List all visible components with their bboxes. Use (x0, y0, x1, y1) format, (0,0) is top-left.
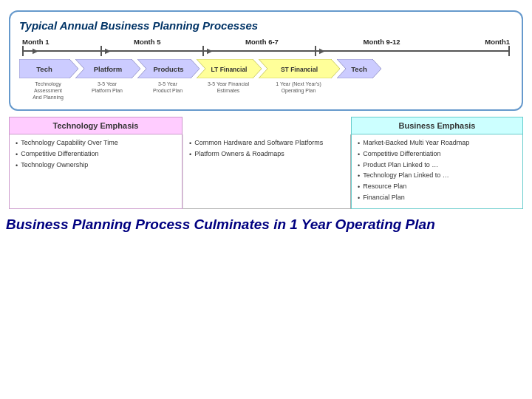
svg-text:Products: Products (153, 65, 183, 73)
business-bullet-4: • Technology Plan Linked to … (358, 171, 516, 181)
svg-text:LT Financial: LT Financial (211, 66, 248, 73)
business-emphasis-header: Business Emphasis (351, 117, 523, 134)
month-9-12-label: Month 9-12 (363, 38, 400, 46)
center-bullet-2: • Platform Owners & Roadmaps (189, 150, 344, 160)
center-bullets-col: • Common Hardware and Software Platforms… (183, 134, 351, 209)
top-title: Typical Annual Business Planning Process… (19, 19, 513, 32)
business-bullet-5: • Resource Plan (358, 183, 516, 192)
svg-text:Tech: Tech (36, 65, 52, 73)
month-6-7-label: Month 6-7 (245, 38, 279, 46)
tech-bullet-2: • Competitive Differentiation (16, 150, 176, 160)
month-1b-label: Month1 (485, 38, 510, 46)
top-section: Typical Annual Business Planning Process… (9, 10, 523, 111)
arrow-st-financial: ST Financial (259, 59, 340, 78)
month-1-label: Month 1 (22, 38, 49, 46)
subtext-tech2 (338, 81, 378, 100)
tech-bullets-col: • Technology Capability Over Time • Comp… (9, 134, 183, 209)
arrow-lt-financial: LT Financial (197, 59, 262, 78)
tech-bullet-1: • Technology Capability Over Time (16, 139, 176, 149)
subtext-st-financial: 1 Year (Next Year's)Operating Plan (260, 81, 337, 100)
business-bullets-col: • Market-Backed Multi Year Roadmap • Com… (351, 134, 523, 209)
subtext-products: 3-5 YearProduct Plan (139, 81, 197, 100)
svg-text:Tech: Tech (351, 65, 367, 73)
arrow-platform: Platform (75, 59, 140, 78)
business-bullet-3: • Product Plan Linked to … (358, 161, 516, 171)
center-bullet-1: • Common Hardware and Software Platforms (189, 139, 344, 149)
month-5-label: Month 5 (134, 38, 160, 46)
svg-text:Platform: Platform (94, 65, 123, 73)
subtext-lt-financial: 3-5 Year FinancialEstimates (198, 81, 259, 100)
business-bullet-1: • Market-Backed Multi Year Roadmap (358, 139, 516, 149)
page-container: Typical Annual Business Planning Process… (0, 10, 532, 399)
subtext-platform: 3-5 YearPlatform Plan (77, 81, 137, 100)
tech-bullet-3: • Technology Ownership (16, 161, 176, 171)
arrow-products: Products (137, 59, 200, 78)
tech-emphasis-header: Technology Emphasis (9, 117, 183, 134)
svg-text:ST Financial: ST Financial (281, 66, 318, 73)
business-bullet-6: • Financial Plan (358, 194, 516, 203)
arrow-tech2: Tech (337, 59, 381, 78)
business-bullet-2: • Competitive Differentiation (358, 150, 516, 160)
arrow-tech: Tech (19, 59, 78, 78)
subtext-tech: Technology AssessmentAnd Planning (21, 81, 75, 100)
bottom-title: Business Planning Process Culminates in … (0, 209, 532, 236)
